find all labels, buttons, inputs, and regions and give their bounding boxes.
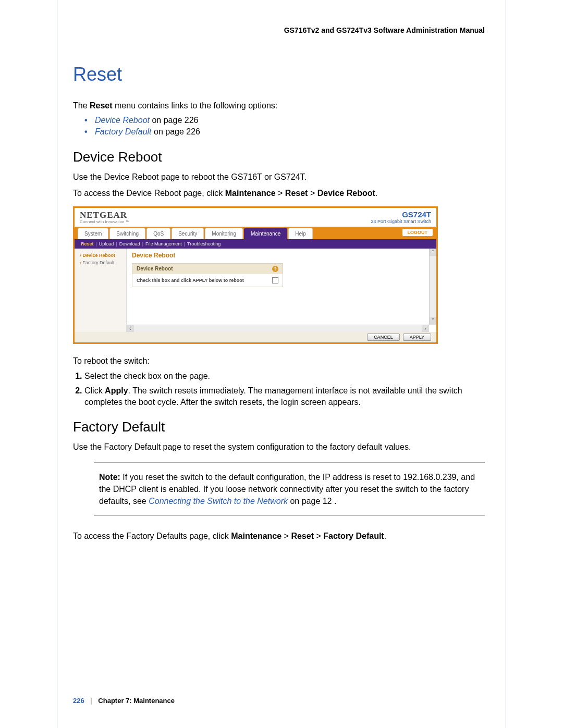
- device-reboot-path: To access the Device Reboot page, click …: [73, 188, 485, 199]
- screenshot-frame: NETGEAR Connect with Innovation ™ GS724T…: [73, 206, 438, 344]
- page-number: 226: [73, 697, 84, 705]
- h2-device-reboot: Device Reboot: [73, 149, 485, 165]
- screenshot-header: NETGEAR Connect with Innovation ™ GS724T…: [75, 208, 436, 227]
- content-area: Reset The Reset menu contains links to t…: [73, 64, 485, 546]
- subnav-troubleshooting[interactable]: Troubleshooting: [187, 241, 221, 246]
- tab-qos[interactable]: QoS: [146, 228, 170, 239]
- list-item: Factory Default on page 226: [84, 127, 485, 137]
- copyright-text: Copyright © 1996-2010 Netgear ®: [75, 342, 436, 344]
- scroll-right-icon[interactable]: ›: [422, 325, 429, 332]
- subnav-download[interactable]: Download: [119, 241, 140, 246]
- factory-default-path: To access the Factory Defaults page, cli…: [73, 530, 485, 542]
- help-icon[interactable]: ?: [272, 266, 278, 272]
- tab-security[interactable]: Security: [172, 228, 204, 239]
- manual-title: GS716Tv2 and GS724Tv3 Software Administr…: [284, 26, 485, 34]
- box-text: Check this box and click APPLY below to …: [137, 278, 244, 283]
- step-1: Select the check box on the page.: [84, 371, 485, 382]
- scroll-down-icon[interactable]: ˅: [430, 317, 436, 325]
- page-footer: 226 | Chapter 7: Maintenance: [73, 697, 175, 705]
- step-2: Click Apply. The switch resets immediate…: [84, 385, 485, 408]
- subnav-reset[interactable]: Reset: [81, 241, 94, 246]
- apply-button[interactable]: APPLY: [403, 334, 431, 341]
- link-factory-default[interactable]: Factory Default: [95, 127, 151, 136]
- logout-button[interactable]: LOGOUT: [402, 228, 434, 237]
- link-suffix: on page 226: [150, 116, 198, 125]
- tab-maintenance[interactable]: Maintenance: [244, 228, 287, 239]
- cancel-button[interactable]: CANCEL: [367, 334, 400, 341]
- screenshot-body: Device Reboot Factory Default Device Reb…: [75, 249, 436, 332]
- h1-reset: Reset: [73, 64, 485, 85]
- device-reboot-box: Device Reboot ? Check this box and click…: [132, 263, 283, 287]
- model-sub: 24 Port Gigabit Smart Switch: [371, 219, 431, 224]
- box-body: Check this box and click APPLY below to …: [132, 274, 283, 287]
- screenshot-device-reboot: NETGEAR Connect with Innovation ™ GS724T…: [73, 206, 485, 349]
- list-item: Device Reboot on page 226: [84, 116, 485, 125]
- vertical-scrollbar[interactable]: ˄ ˅: [429, 249, 436, 325]
- side-factory-default[interactable]: Factory Default: [78, 259, 123, 266]
- scroll-left-icon[interactable]: ‹: [127, 325, 134, 332]
- main-panel: Device Reboot Device Reboot ? Check this…: [127, 249, 436, 332]
- note-suffix: on page 12 .: [290, 497, 336, 505]
- netgear-logo: NETGEAR: [80, 210, 127, 220]
- subnav-upload[interactable]: Upload: [99, 241, 114, 246]
- scroll-up-icon[interactable]: ˄: [430, 249, 436, 256]
- side-device-reboot[interactable]: Device Reboot: [78, 252, 123, 259]
- footer-divider: |: [90, 697, 92, 705]
- panel-title: Device Reboot: [132, 252, 431, 259]
- link-device-reboot[interactable]: Device Reboot: [95, 116, 150, 125]
- chapter-label: Chapter 7: Maintenance: [98, 697, 175, 705]
- tab-monitoring[interactable]: Monitoring: [205, 228, 243, 239]
- side-menu: Device Reboot Factory Default: [75, 249, 127, 332]
- factory-default-desc: Use the Factory Default page to reset th…: [73, 441, 485, 453]
- horizontal-scrollbar[interactable]: ‹ ›: [127, 325, 429, 332]
- brand-block: NETGEAR Connect with Innovation ™: [80, 210, 130, 224]
- doc-page: GS716Tv2 and GS724Tv3 Software Administr…: [57, 0, 506, 728]
- link-suffix: on page 226: [152, 127, 200, 136]
- model-block: GS724T 24 Port Gigabit Smart Switch: [371, 210, 431, 224]
- netgear-tagline: Connect with Innovation ™: [80, 219, 130, 224]
- link-connecting-switch[interactable]: Connecting the Switch to the Network: [149, 497, 288, 505]
- model-name: GS724T: [371, 210, 431, 219]
- reset-link-list: Device Reboot on page 226 Factory Defaul…: [84, 116, 485, 137]
- sub-nav: Reset| Upload| Download| File Management…: [75, 239, 436, 249]
- subnav-file-management[interactable]: File Management: [145, 241, 182, 246]
- intro-text: The Reset menu contains links to the fol…: [73, 100, 485, 112]
- main-tabs: System Switching QoS Security Monitoring…: [75, 227, 436, 239]
- box-title: Device Reboot: [137, 266, 173, 272]
- screenshot-footer: CANCEL APPLY: [75, 332, 436, 342]
- note-box: Note: If you reset the switch to the def…: [94, 462, 485, 516]
- h2-factory-default: Factory Default: [73, 419, 485, 435]
- tab-switching[interactable]: Switching: [109, 228, 145, 239]
- device-reboot-desc: Use the Device Reboot page to reboot the…: [73, 171, 485, 183]
- tab-help[interactable]: Help: [288, 228, 313, 239]
- reboot-steps: Select the check box on the page. Click …: [84, 371, 485, 408]
- tab-system[interactable]: System: [78, 228, 108, 239]
- reboot-instructions: To reboot the switch:: [73, 355, 485, 367]
- note-label: Note:: [99, 473, 120, 482]
- reboot-checkbox[interactable]: [272, 277, 278, 283]
- box-header: Device Reboot ?: [132, 264, 283, 274]
